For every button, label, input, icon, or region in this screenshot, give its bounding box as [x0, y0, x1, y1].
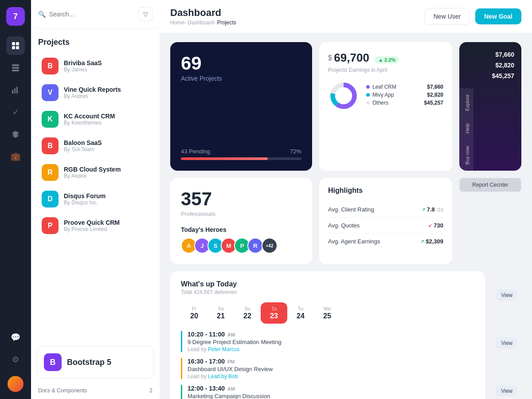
- legend-name: Others: [366, 100, 388, 106]
- project-name: KC Account CRM: [64, 113, 149, 120]
- svg-rect-3: [16, 46, 19, 49]
- nav-icon-grid[interactable]: [6, 59, 25, 77]
- event-time: 16:30 - 17:00 PM: [188, 358, 273, 365]
- project-info: Baloon SaaS By SIA Team: [64, 139, 149, 153]
- card-earnings: $ 69,700 ▲ 2.2% Projects Earnings in Apr…: [319, 42, 452, 171]
- earnings-amount: 69,700: [334, 51, 369, 64]
- calendar-day[interactable]: Tu 23: [261, 302, 287, 324]
- highlight-label: Avg. Quotes: [328, 222, 360, 229]
- side-tab-help[interactable]: Help: [459, 117, 473, 140]
- card-professionals: 357 Professionals Today's Heroes AJSMPR+…: [170, 178, 312, 264]
- project-logo: B: [42, 137, 59, 154]
- event-lead-link[interactable]: Peter Marcus: [208, 346, 239, 352]
- project-by: By James: [64, 66, 149, 73]
- earnings-amount-row: $ 69,700 ▲ 2.2%: [328, 51, 443, 65]
- event-item: 16:30 - 17:00 PM Dashboard UI/UX Design …: [181, 358, 474, 379]
- project-name: Baloon SaaS: [64, 139, 149, 146]
- svg-rect-6: [12, 70, 19, 71]
- panel-amounts: $7,660 $2,820 $45,257: [459, 42, 521, 88]
- calendar-day[interactable]: We 25: [314, 302, 340, 324]
- project-by: By Proove Limited: [64, 226, 149, 232]
- cal-day-num: 23: [270, 312, 278, 320]
- view-button[interactable]: View: [496, 385, 518, 397]
- new-user-button[interactable]: New User: [424, 8, 470, 25]
- nav-icon-chart[interactable]: [6, 81, 25, 99]
- svg-rect-4: [12, 64, 19, 66]
- user-avatar[interactable]: [8, 376, 23, 392]
- legend-name: Leaf CRM: [366, 84, 396, 90]
- svg-rect-5: [12, 67, 19, 69]
- projects-title: Projects: [31, 29, 160, 52]
- search-input[interactable]: [49, 11, 135, 18]
- nav-icon-dashboard[interactable]: [6, 36, 25, 55]
- project-item[interactable]: P Proove Quick CRM By Proove Limited: [35, 213, 156, 239]
- svg-rect-9: [16, 87, 18, 94]
- professionals-number: 357: [181, 188, 301, 210]
- panel-amount-1: $7,660: [466, 51, 514, 58]
- filter-button[interactable]: ▽: [138, 7, 153, 21]
- new-goal-button[interactable]: New Goal: [475, 8, 521, 24]
- app-version[interactable]: 7: [6, 7, 25, 26]
- card-active-projects: 69 Active Projects 43 Pending 72%: [170, 42, 312, 171]
- nav-icon-check[interactable]: ✓: [6, 103, 25, 121]
- project-item[interactable]: R RGB Cloud System By Andrei: [35, 160, 156, 185]
- pending-percent: 72%: [290, 148, 301, 155]
- promo-logo: B: [44, 353, 62, 371]
- calendar-day[interactable]: Fr 20: [181, 302, 207, 324]
- highlight-value: ↙ 730: [428, 222, 443, 229]
- progress-bar-fill: [181, 157, 268, 160]
- svg-rect-1: [16, 42, 19, 45]
- project-item[interactable]: V Vine Quick Reports By Andres: [35, 80, 156, 106]
- view-button[interactable]: View: [496, 289, 518, 301]
- event-name: Dashboard UI/UX Design Review: [188, 366, 273, 372]
- project-item[interactable]: D Disqus Forum By Disqus Inc.: [35, 186, 156, 212]
- calendar-strip: Fr 20 Sa 21 Su 22 Tu 23 Tu 24 We 25: [181, 302, 474, 324]
- calendar-day[interactable]: Tu 24: [287, 302, 314, 324]
- avatar-more: +42: [262, 238, 278, 254]
- active-projects-label: Active Projects: [181, 75, 301, 82]
- project-item[interactable]: K KC Account CRM By Keenthemes: [35, 106, 156, 132]
- event-lead: Lead by Peter Marcus: [188, 346, 282, 352]
- cal-day-name: Tu: [271, 306, 277, 311]
- event-name: 9 Degree Project Estimation Meeting: [188, 339, 282, 345]
- event-lead-link[interactable]: Lead by Bob: [208, 373, 238, 379]
- project-item[interactable]: B Baloon SaaS By SIA Team: [35, 133, 156, 159]
- report-center-button[interactable]: Report Cecnter: [459, 178, 521, 192]
- promo-subtitle: Docs & Components: [38, 387, 87, 394]
- spacer-right: Report Cecnter: [459, 178, 521, 264]
- card-today: What's up Today Total 424,567 deliveries…: [170, 271, 485, 399]
- side-tab-explore[interactable]: Explore: [459, 88, 473, 117]
- promo-card[interactable]: B Bootstrap 5: [36, 346, 154, 379]
- nav-icon-briefcase[interactable]: 💼: [6, 147, 25, 166]
- nav-icon-layers[interactable]: [6, 125, 25, 144]
- legend-item: Leaf CRM $7,660: [366, 84, 443, 90]
- dashboard-body: 69 Active Projects 43 Pending 72% $: [160, 33, 532, 399]
- earnings-dollar: $: [328, 54, 332, 62]
- calendar-day[interactable]: Sa 21: [207, 302, 234, 324]
- side-tab-buy[interactable]: Buy now: [459, 140, 473, 171]
- highlight-label: Avg. Client Rating: [328, 206, 374, 213]
- calendar-day[interactable]: Su 22: [234, 302, 261, 324]
- svg-rect-8: [14, 88, 16, 94]
- view-button[interactable]: View: [496, 337, 518, 349]
- highlight-value: ↗ $2,309: [420, 238, 443, 245]
- cal-day-name: Sa: [218, 306, 223, 311]
- cal-day-num: 21: [217, 312, 225, 320]
- project-item[interactable]: B Briviba SaaS By James: [35, 53, 156, 79]
- today-right-col: ViewViewView: [492, 271, 521, 399]
- legend-dot: [366, 85, 370, 89]
- nav-icon-settings[interactable]: ⚙: [6, 350, 25, 369]
- project-name: Proove Quick CRM: [64, 219, 149, 226]
- project-info: RGB Cloud System By Andrei: [64, 166, 149, 179]
- project-logo: R: [42, 164, 59, 181]
- project-by: By Andres: [64, 93, 149, 99]
- project-name: RGB Cloud System: [64, 166, 149, 173]
- nav-icon-chat[interactable]: 💬: [6, 328, 25, 347]
- breadcrumb: Home- Dashboard- Projects: [170, 20, 236, 26]
- cal-day-name: We: [324, 306, 331, 311]
- card-highlights: Highlights Avg. Client Rating ↗ 7.8 /10 …: [319, 178, 452, 264]
- promo-bottom: Docs & Components 2: [31, 384, 160, 399]
- highlight-value: ↗ 7.8 /10: [422, 206, 443, 213]
- row-3: What's up Today Total 424,567 deliveries…: [170, 271, 521, 399]
- legend-name: Mivy App: [366, 92, 394, 98]
